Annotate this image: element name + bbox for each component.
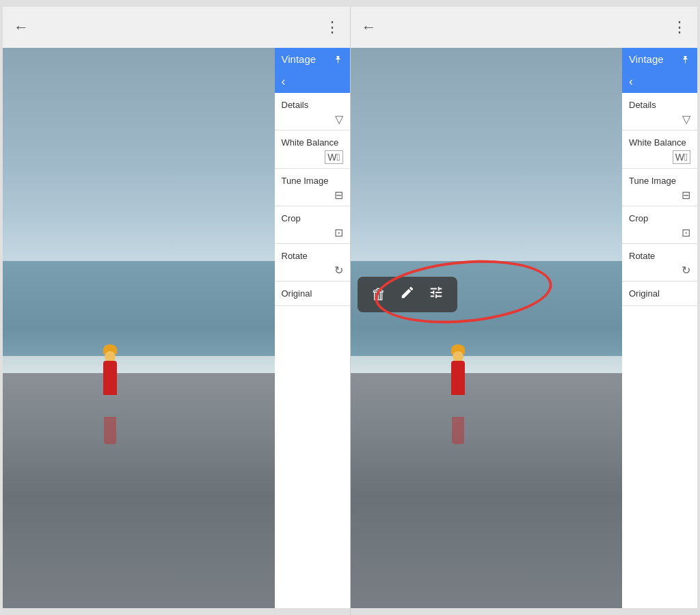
- left-whitebalance-item[interactable]: White Balance W⃥: [275, 131, 350, 169]
- child-reflection: [100, 417, 120, 451]
- right-original-item[interactable]: Original: [622, 282, 697, 306]
- right-rotate-icon: ↻: [682, 264, 690, 277]
- right-child-reflection: [448, 417, 468, 451]
- toolbar-overlay: 🗑: [358, 277, 457, 312]
- right-image-area: 🗑 Vintage 🖈: [351, 48, 698, 608]
- right-panel-nav: ‹: [622, 70, 697, 93]
- right-screen: ← ⋮ 🗑: [351, 7, 698, 608]
- left-screen: ← ⋮ Vintage 🖈 ‹: [3, 7, 350, 608]
- child-figure: [100, 347, 120, 395]
- left-original-label: Original: [282, 288, 312, 299]
- right-tuneimage-icon: ⊟: [682, 189, 690, 202]
- left-filter-name: Vintage: [282, 53, 317, 65]
- left-tuneimage-label: Tune Image: [282, 176, 329, 186]
- right-details-label: Details: [629, 100, 656, 110]
- delete-button[interactable]: 🗑: [371, 286, 386, 303]
- left-side-panel: Vintage 🖈 ‹ Details ▽ White Balance W⃥ T…: [275, 48, 350, 608]
- right-original-label: Original: [629, 288, 660, 299]
- left-whitebalance-icon: W⃥: [325, 150, 342, 164]
- right-crop-label: Crop: [629, 213, 648, 223]
- left-image-area: Vintage 🖈 ‹ Details ▽ White Balance W⃥ T…: [3, 48, 350, 608]
- right-whitebalance-icon: W⃥: [673, 150, 690, 164]
- right-crop-icon: ⊡: [682, 226, 690, 239]
- left-pin-icon: 🖈: [333, 53, 343, 65]
- right-rotate-label: Rotate: [629, 251, 655, 261]
- right-rotate-item[interactable]: Rotate ↻: [622, 244, 697, 282]
- right-side-panel: Vintage 🖈 ‹ Details ▽ White Balance W⃥ T…: [622, 48, 697, 608]
- left-back-button[interactable]: ←: [14, 18, 29, 36]
- right-tuneimage-item[interactable]: Tune Image ⊟: [622, 169, 697, 206]
- right-panel-header: Vintage 🖈: [622, 48, 697, 70]
- left-details-icon: ▽: [335, 113, 343, 126]
- right-details-icon: ▽: [682, 113, 690, 126]
- left-panel-header: Vintage 🖈: [275, 48, 350, 70]
- right-top-bar: ← ⋮: [351, 7, 698, 48]
- right-pin-icon: 🖈: [680, 53, 690, 65]
- left-tuneimage-item[interactable]: Tune Image ⊟: [275, 169, 350, 206]
- right-more-button[interactable]: ⋮: [672, 18, 686, 36]
- right-whitebalance-item[interactable]: White Balance W⃥: [622, 131, 697, 169]
- left-crop-item[interactable]: Crop ⊡: [275, 206, 350, 244]
- left-whitebalance-label: White Balance: [282, 137, 339, 148]
- left-crop-icon: ⊡: [334, 226, 343, 239]
- right-filter-name: Vintage: [629, 53, 664, 65]
- left-rotate-icon: ↻: [334, 264, 343, 277]
- right-back-button[interactable]: ←: [362, 18, 377, 36]
- left-details-label: Details: [282, 100, 309, 110]
- right-whitebalance-label: White Balance: [629, 137, 686, 148]
- reflection-body: [104, 417, 116, 444]
- left-original-item[interactable]: Original: [275, 282, 350, 306]
- right-reflection-body: [452, 417, 464, 444]
- left-details-item[interactable]: Details ▽: [275, 93, 350, 131]
- left-panel-back[interactable]: ‹: [282, 74, 286, 89]
- left-more-button[interactable]: ⋮: [325, 18, 339, 36]
- right-details-item[interactable]: Details ▽: [622, 93, 697, 131]
- right-child-body: [451, 361, 465, 395]
- left-tuneimage-icon: ⊟: [334, 189, 343, 202]
- left-rotate-label: Rotate: [282, 251, 308, 261]
- edit-button[interactable]: [400, 285, 415, 304]
- left-crop-label: Crop: [282, 213, 301, 223]
- right-tuneimage-label: Tune Image: [629, 176, 676, 186]
- child-body: [103, 361, 117, 395]
- right-panel-back[interactable]: ‹: [629, 74, 633, 89]
- right-child-figure: [448, 347, 468, 395]
- left-rotate-item[interactable]: Rotate ↻: [275, 244, 350, 282]
- left-panel-nav: ‹: [275, 70, 350, 93]
- left-top-bar: ← ⋮: [3, 7, 350, 48]
- tune-button[interactable]: [429, 285, 444, 304]
- right-crop-item[interactable]: Crop ⊡: [622, 206, 697, 244]
